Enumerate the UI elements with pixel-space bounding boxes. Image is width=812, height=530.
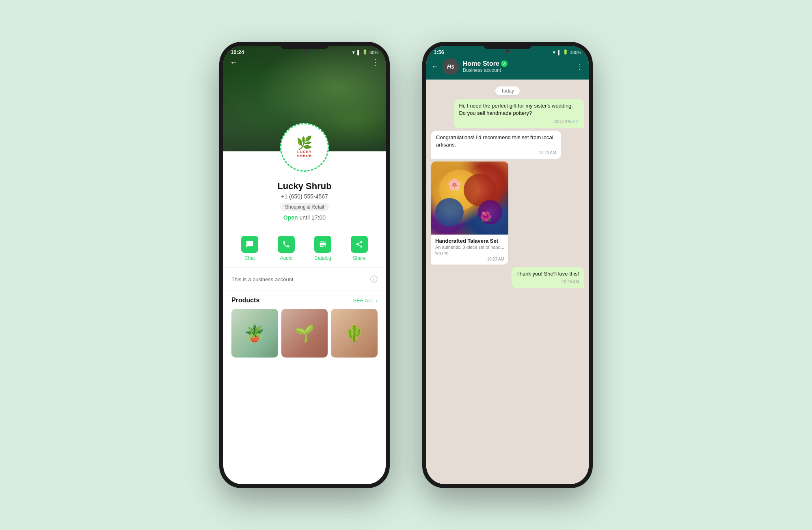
product-thumb-3[interactable]: 🌵 <box>331 309 378 358</box>
message-4-sent: Thank you! She'll love this! 10:24 AM <box>512 267 584 288</box>
business-category: Shopping & Retail <box>280 203 329 211</box>
status-time-1: 10:24 <box>231 49 244 55</box>
battery-percent-1: 80% <box>369 50 378 55</box>
flower-2: 🌺 <box>480 211 492 222</box>
message-4-time: 10:24 AM <box>516 279 579 285</box>
message-1-text: Hi, I need the perfect gift for my siste… <box>459 102 579 117</box>
message-1-time: 10:22 AM ✓✓ <box>459 118 579 125</box>
business-phone: +1 (650) 555-4567 <box>231 193 378 200</box>
avatar-ring: 🌿 LUCKYSHRUB <box>280 123 329 172</box>
share-label: Share <box>353 255 366 261</box>
hours-suffix: until 17:00 <box>298 214 326 221</box>
contact-info: Home Store ✓ Business account <box>463 60 572 73</box>
plant-logo-icon: 🌿 <box>296 136 313 149</box>
battery-percent-2: 100% <box>570 50 581 55</box>
products-header: Products SEE ALL › <box>231 297 378 304</box>
contact-avatar: Hs <box>443 58 459 75</box>
battery-icon-1: 🔋 <box>362 50 368 55</box>
chat-messages[interactable]: Today Hi, I need the perfect gift for my… <box>426 80 589 484</box>
more-menu-button-2[interactable]: ⋮ <box>576 62 584 71</box>
chat-header: ← Hs Home Store ✓ Business account ⋮ <box>426 55 589 80</box>
status-time-2: 1:56 <box>434 49 444 55</box>
date-text: Today <box>495 86 520 95</box>
date-label: Today <box>431 87 584 94</box>
chat-label: Chat <box>244 255 255 261</box>
verified-badge: ✓ <box>501 60 508 67</box>
contact-name-text: Home Store <box>463 60 499 67</box>
catalog-label: Catalog <box>314 255 331 261</box>
business-hours: Open until 17:00 <box>231 214 378 221</box>
flower-1: 🌸 <box>447 178 462 191</box>
pottery-3 <box>435 198 464 226</box>
business-info-text: This is a business account. <box>231 276 295 282</box>
avatar-logo: 🌿 LUCKYSHRUB <box>296 136 313 158</box>
back-button-1[interactable]: ← <box>230 58 238 67</box>
product-card-title: Handcrafted Talavera Set <box>435 238 504 244</box>
catalog-action[interactable]: Catalog <box>314 236 331 261</box>
product-thumb-1[interactable]: 🪴 <box>231 309 278 358</box>
status-icons-2: ▼ ▌ 🔋 100% <box>552 50 581 55</box>
profile-body: Lucky Shrub +1 (650) 555-4567 Shopping &… <box>223 151 386 358</box>
product-thumb-2[interactable]: 🌱 <box>281 309 328 358</box>
audio-icon <box>278 236 295 253</box>
contact-subtitle: Business account <box>463 67 572 73</box>
profile-topbar: ← ⋮ <box>223 57 386 67</box>
message-4-text: Thank you! She'll love this! <box>516 270 579 278</box>
profile-name-section: Lucky Shrub +1 (650) 555-4567 Shopping &… <box>223 178 386 226</box>
audio-action[interactable]: Audio <box>278 236 295 261</box>
wifi-icon-1: ▼ <box>351 50 356 55</box>
open-status: Open <box>283 214 298 221</box>
message-1-sent: Hi, I need the perfect gift for my siste… <box>454 99 584 128</box>
back-button-2[interactable]: ← <box>431 62 438 71</box>
battery-icon-2: 🔋 <box>563 50 568 55</box>
succulent-icon-1: 🪴 <box>231 309 278 358</box>
product-card-link: wa.me <box>435 250 504 255</box>
contact-name: Home Store ✓ <box>463 60 572 67</box>
talavera-pottery-visual: 🌸 🌺 <box>431 162 508 235</box>
phone-camera-1 <box>302 49 307 53</box>
product-card-desc: An authentic, 3-piece set of hand... <box>435 245 504 250</box>
more-menu-button-1[interactable]: ⋮ <box>371 57 379 67</box>
message-2-received: Congratulations! I'd recommend this set … <box>431 131 561 159</box>
phone-camera-2 <box>505 49 510 53</box>
products-section: Products SEE ALL › 🪴 🌱 🌵 <box>223 291 386 358</box>
signal-icon-1: ▌ <box>357 50 361 55</box>
message-1-ticks: ✓✓ <box>572 118 579 125</box>
succulent-icon-3: 🌵 <box>331 309 378 358</box>
product-card-info: Handcrafted Talavera Set An authentic, 3… <box>431 235 508 265</box>
message-2-text: Congratulations! I'd recommend this set … <box>436 134 556 149</box>
wifi-icon-2: ▼ <box>552 50 556 55</box>
product-card-image: 🌸 🌺 <box>431 162 508 235</box>
chat-action[interactable]: Chat <box>241 236 258 261</box>
info-icon: ⓘ <box>370 274 378 284</box>
brand-name-logo: LUCKYSHRUB <box>297 150 312 158</box>
products-title: Products <box>231 297 259 304</box>
see-all-button[interactable]: SEE ALL › <box>353 297 378 304</box>
share-icon <box>351 236 368 253</box>
product-grid: 🪴 🌱 🌵 <box>231 309 378 358</box>
catalog-icon <box>314 236 331 253</box>
business-name: Lucky Shrub <box>231 181 378 192</box>
signal-icon-2: ▌ <box>558 50 561 55</box>
chat-icon <box>241 236 258 253</box>
succulent-icon-2: 🌱 <box>281 309 328 358</box>
product-card-time: 10:23 AM <box>435 257 504 261</box>
audio-label: Audio <box>280 255 293 261</box>
contact-avatar-initials: Hs <box>443 58 459 75</box>
status-icons-1: ▼ ▌ 🔋 80% <box>351 50 378 55</box>
profile-actions: Chat Audio Catalog <box>223 229 386 268</box>
phone-2-chat: 1:56 ▼ ▌ 🔋 100% ← Hs Home Store ✓ Bus <box>422 42 593 488</box>
product-card[interactable]: 🌸 🌺 Handcrafted Talavera Set An authenti… <box>431 162 508 265</box>
share-action[interactable]: Share <box>351 236 368 261</box>
business-info-row: This is a business account. ⓘ <box>223 268 386 291</box>
message-2-time: 10:23 AM <box>436 150 556 156</box>
phone-1-business-profile: 10:24 ▼ ▌ 🔋 80% ← ⋮ 🌿 LUCKYSHRUB <box>219 42 390 488</box>
business-avatar: 🌿 LUCKYSHRUB <box>280 123 329 172</box>
